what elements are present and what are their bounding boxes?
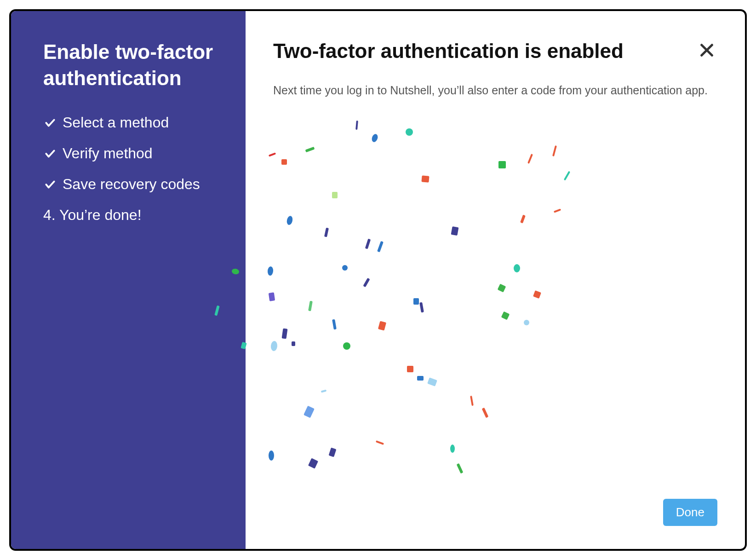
done-button[interactable]: Done bbox=[663, 499, 717, 526]
check-icon bbox=[43, 117, 57, 129]
wizard-step: 4. You’re done! bbox=[43, 207, 223, 224]
wizard-step: Verify method bbox=[43, 145, 223, 162]
main-title: Two-factor authentication is enabled bbox=[273, 40, 624, 63]
wizard-sidebar: Enable two-factor authentication Select … bbox=[11, 11, 246, 549]
wizard-step-label: Save recovery codes bbox=[63, 176, 200, 193]
check-icon bbox=[43, 148, 57, 160]
main-body-text: Next time you log in to Nutshell, you’ll… bbox=[273, 82, 715, 99]
wizard-step-label: 4. You’re done! bbox=[43, 207, 142, 224]
wizard-step: Select a method bbox=[43, 114, 223, 131]
modal-main: Two-factor authentication is enabled Nex… bbox=[246, 11, 745, 549]
wizard-step: Save recovery codes bbox=[43, 176, 223, 193]
close-icon bbox=[699, 52, 715, 59]
check-icon bbox=[43, 179, 57, 191]
wizard-step-label: Select a method bbox=[63, 114, 169, 131]
wizard-steps-list: Select a methodVerify methodSave recover… bbox=[43, 114, 223, 224]
close-button[interactable] bbox=[696, 40, 717, 62]
sidebar-title: Enable two-factor authentication bbox=[43, 39, 223, 91]
wizard-step-label: Verify method bbox=[63, 145, 153, 162]
two-factor-modal: Enable two-factor authentication Select … bbox=[9, 9, 747, 551]
